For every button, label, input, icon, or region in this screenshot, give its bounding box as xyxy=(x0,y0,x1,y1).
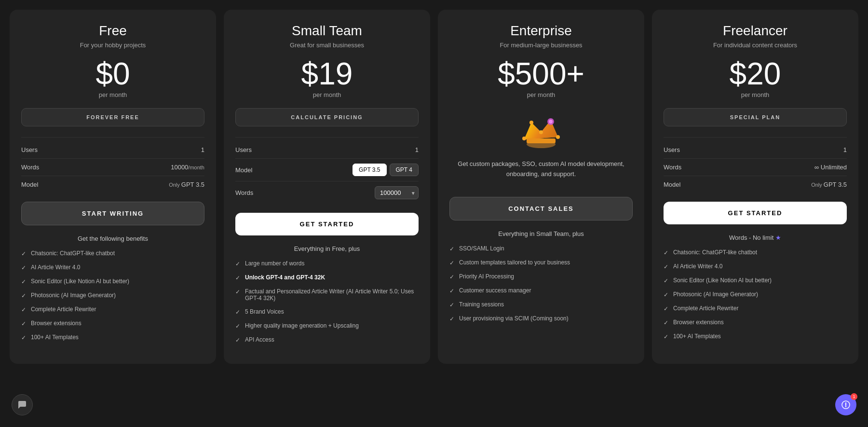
plan-price-enterprise: $500+ xyxy=(449,58,633,89)
pricing-grid: Free For your hobby projects $0 per mont… xyxy=(10,10,858,364)
benefit-item: ✓Complete Article Rewriter xyxy=(21,306,204,313)
row-words-free: Words 10000/month xyxy=(21,159,204,176)
benefit-item: ✓Photosonic (AI Image Generator) xyxy=(664,291,847,298)
benefit-item: ✓Complete Article Rewriter xyxy=(664,305,847,312)
words-label: Words xyxy=(21,164,39,171)
model-toggle: GPT 3.5 GPT 4 xyxy=(353,164,419,176)
benefit-item: ✓AI Article Writer 4.0 xyxy=(21,264,204,271)
benefits-list-free: ✓Chatsonic: ChatGPT-like chatbot ✓AI Art… xyxy=(21,250,204,348)
check-icon: ✓ xyxy=(21,334,26,341)
benefit-item: ✓Factual and Personalized Article Writer… xyxy=(235,288,419,302)
benefit-item: ✓AI Article Writer 4.0 xyxy=(664,263,847,270)
words-dropdown-wrapper: 100000 250000 500000 1000000 ▾ xyxy=(375,186,419,199)
users-value-free: 1 xyxy=(201,146,204,153)
row-users-small-team: Users 1 xyxy=(235,141,419,159)
benefit-item: ✓Large number of words xyxy=(235,260,419,267)
cta-freelancer[interactable]: GET STARTED xyxy=(664,202,847,224)
crown-icon xyxy=(449,108,633,152)
users-label: Users xyxy=(21,146,38,153)
check-icon: ✓ xyxy=(21,306,26,313)
model-btn-gpt35[interactable]: GPT 3.5 xyxy=(353,164,386,176)
model-label: Model xyxy=(235,166,252,174)
benefit-item: ✓SSO/SAML Login xyxy=(449,245,633,252)
check-icon: ✓ xyxy=(664,333,668,340)
check-icon: ✓ xyxy=(664,249,668,256)
plan-price-freelancer: $20 xyxy=(664,58,847,89)
check-icon: ✓ xyxy=(235,275,240,281)
plan-tagline-small-team: Great for small businesses xyxy=(235,41,419,49)
row-model-free: Model Only GPT 3.5 xyxy=(21,176,204,193)
words-value-free: 10000/month xyxy=(171,164,204,171)
benefits-title-free: Get the following benefits xyxy=(21,235,204,242)
chat-icon xyxy=(17,400,27,410)
benefit-item: ✓User provisioning via SCIM (Coming soon… xyxy=(449,315,633,322)
check-icon: ✓ xyxy=(449,288,454,294)
words-select[interactable]: 100000 250000 500000 1000000 xyxy=(375,186,419,199)
model-btn-gpt4[interactable]: GPT 4 xyxy=(390,164,419,176)
words-value-freelancer: ∞ Unlimited xyxy=(814,164,847,171)
benefit-item: ✓Chatsonic: ChatGPT-like chatbot xyxy=(21,250,204,257)
svg-point-7 xyxy=(539,130,543,134)
check-icon: ✓ xyxy=(449,302,454,308)
benefits-title-small-team: Everything in Free, plus xyxy=(235,245,419,252)
check-icon: ✓ xyxy=(235,309,240,316)
users-value-small-team: 1 xyxy=(415,146,419,153)
words-label: Words xyxy=(664,164,681,171)
check-icon: ✓ xyxy=(21,264,26,271)
benefit-item: ✓Chatsonic: ChatGPT-like chatbot xyxy=(664,249,847,256)
support-icon xyxy=(841,400,851,410)
svg-point-4 xyxy=(549,120,553,124)
benefit-item: ✓Priority AI Processing xyxy=(449,273,633,280)
plan-name-freelancer: Freelancer xyxy=(664,23,847,39)
benefit-item: ✓Sonic Editor (Like Notion AI but better… xyxy=(21,278,204,285)
enterprise-desc: Get custom packages, SSO, custom AI mode… xyxy=(449,159,633,179)
model-label: Model xyxy=(21,181,38,188)
check-icon: ✓ xyxy=(449,274,454,280)
model-value-free: Only GPT 3.5 xyxy=(169,181,204,188)
support-button[interactable]: 1 xyxy=(835,394,856,415)
check-icon: ✓ xyxy=(449,316,454,322)
row-model-small-team: Model GPT 3.5 GPT 4 xyxy=(235,159,419,181)
check-icon: ✓ xyxy=(21,278,26,285)
benefits-title-enterprise: Everything in Small Team, plus xyxy=(449,230,633,237)
benefit-item: ✓Sonic Editor (Like Notion AI but better… xyxy=(664,277,847,284)
benefit-item: ✓100+ AI Templates xyxy=(21,334,204,341)
row-users-free: Users 1 xyxy=(21,141,204,159)
cta-enterprise[interactable]: CONTACT SALES xyxy=(449,197,633,220)
benefit-item: ✓Customer success manager xyxy=(449,287,633,294)
cta-small-team[interactable]: GET STARTED xyxy=(235,213,419,235)
check-icon: ✓ xyxy=(664,305,668,312)
plan-card-free: Free For your hobby projects $0 per mont… xyxy=(10,10,216,364)
plan-period-freelancer: per month xyxy=(664,91,847,98)
cta-free[interactable]: START WRITING xyxy=(21,202,204,225)
benefit-item: ✓100+ AI Templates xyxy=(664,333,847,340)
benefits-list-enterprise: ✓SSO/SAML Login ✓Custom templates tailor… xyxy=(449,245,633,329)
plan-name-free: Free xyxy=(21,23,204,39)
check-icon: ✓ xyxy=(235,323,240,330)
plan-card-freelancer: Freelancer For individual content creato… xyxy=(652,10,858,364)
check-icon: ✓ xyxy=(21,292,26,299)
check-icon: ✓ xyxy=(449,246,454,252)
users-label: Users xyxy=(235,146,252,153)
benefit-item: ✓Custom templates tailored to your busin… xyxy=(449,259,633,266)
plan-period-free: per month xyxy=(21,91,204,98)
svg-point-5 xyxy=(522,137,526,140)
check-icon: ✓ xyxy=(664,291,668,298)
chat-button[interactable] xyxy=(12,394,33,415)
benefit-item: ✓Higher quality image generation + Upsca… xyxy=(235,322,419,330)
check-icon: ✓ xyxy=(21,320,26,327)
plan-badge-freelancer: SPECIAL PLAN xyxy=(664,108,847,126)
plan-name-enterprise: Enterprise xyxy=(449,23,633,39)
svg-point-8 xyxy=(529,121,533,124)
plan-price-small-team: $19 xyxy=(235,58,419,89)
words-label: Words xyxy=(235,189,253,196)
plan-badge-free: FOREVER FREE xyxy=(21,108,204,126)
check-icon: ✓ xyxy=(235,289,240,295)
plan-rows-free: Users 1 Words 10000/month Model Only GPT… xyxy=(21,137,204,193)
plan-period-enterprise: per month xyxy=(449,91,633,98)
check-icon: ✓ xyxy=(235,261,240,267)
plan-tagline-enterprise: For medium-large businesses xyxy=(449,41,633,49)
plan-tagline-freelancer: For individual content creators xyxy=(664,41,847,49)
check-icon: ✓ xyxy=(449,260,454,266)
plan-card-small-team: Small Team Great for small businesses $1… xyxy=(224,10,430,364)
